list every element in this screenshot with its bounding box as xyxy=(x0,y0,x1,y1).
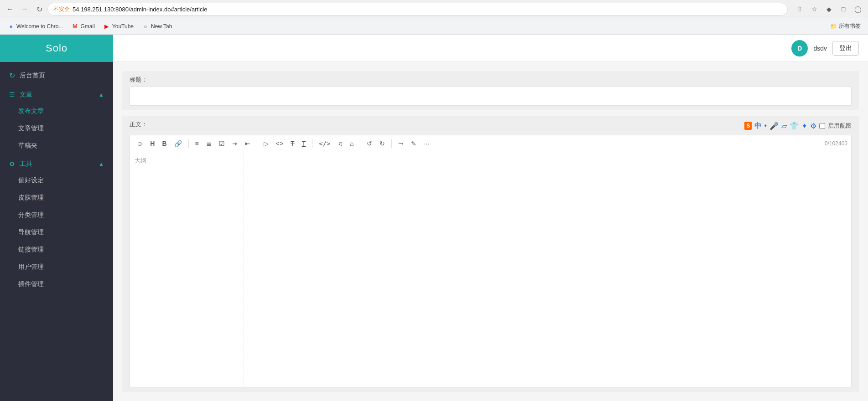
sidebar-item-preferences[interactable]: 偏好设定 xyxy=(0,172,113,189)
mic-icon[interactable]: 🎤 xyxy=(769,122,779,130)
sidebar-navigation-label: 导航管理 xyxy=(18,228,44,236)
sidebar-item-skins[interactable]: 皮肤管理 xyxy=(0,189,113,206)
tb-outdent[interactable]: ⇤ xyxy=(242,138,253,149)
editor-main[interactable] xyxy=(244,152,851,387)
sidebar-item-dashboard[interactable]: ↻ 后台首页 xyxy=(0,66,113,85)
sidebar-item-manage[interactable]: 文章管理 xyxy=(0,120,113,137)
reload-button[interactable]: ↻ xyxy=(33,3,46,15)
chinese-icon[interactable]: 中 xyxy=(754,122,761,130)
title-input[interactable] xyxy=(130,87,852,106)
tb-heading[interactable]: H xyxy=(147,138,157,149)
tb-table[interactable]: ⌂ xyxy=(347,138,356,149)
browser-toolbar: ← → ↻ 不安全 54.198.251.130:8080/admin-inde… xyxy=(0,0,868,18)
extensions-button[interactable]: ◆ xyxy=(822,3,835,15)
app-container: Solo ↻ 后台首页 ☰ 文章 ▲ 发布文章 文章管理 草稿夹 xyxy=(0,35,868,401)
top-bar: D dsdv 登出 xyxy=(113,35,868,62)
youtube-icon: ▶ xyxy=(103,23,110,30)
browser-chrome: ← → ↻ 不安全 54.198.251.130:8080/admin-inde… xyxy=(0,0,868,35)
sidebar-item-navigation[interactable]: 导航管理 xyxy=(0,224,113,241)
main-content: D dsdv 登出 标题： 正文： S 中 • 🎤 ▱ xyxy=(113,35,868,401)
security-warning: 不安全 xyxy=(53,5,70,13)
globe-icon: ○ xyxy=(142,23,149,30)
bookmark-button[interactable]: ☆ xyxy=(808,3,821,15)
bookmark-newtab[interactable]: ○ New Tab xyxy=(138,21,176,32)
sidebar: Solo ↻ 后台首页 ☰ 文章 ▲ 发布文章 文章管理 草稿夹 xyxy=(0,35,113,401)
char-count: 0/102400 xyxy=(825,140,847,147)
logout-button[interactable]: 登出 xyxy=(832,41,859,56)
sidebar-item-users[interactable]: 用户管理 xyxy=(0,258,113,276)
bookmark-gmail-label: Gmail xyxy=(80,23,94,30)
grid-icon[interactable]: ✦ xyxy=(801,122,807,130)
tb-code[interactable]: <> xyxy=(273,138,286,149)
bookmark-gmail[interactable]: M Gmail xyxy=(68,21,98,32)
table-icon[interactable]: ▱ xyxy=(781,122,787,130)
profile-button[interactable]: ◯ xyxy=(852,3,864,15)
tb-check[interactable]: ☑ xyxy=(216,138,228,149)
bookmark-newtab-label: New Tab xyxy=(151,23,172,30)
sidebar-item-plugins[interactable]: 插件管理 xyxy=(0,276,113,293)
content-section: 正文： S 中 • 🎤 ▱ 👕 ✦ ⚙ 启用配图 xyxy=(122,116,859,392)
sogou-icon[interactable]: S xyxy=(744,122,752,130)
bookmark-welcome-label: Welcome to Chro... xyxy=(16,23,63,30)
sidebar-drafts-label: 草稿夹 xyxy=(18,142,37,150)
back-button[interactable]: ← xyxy=(4,3,16,15)
tb-more[interactable]: ··· xyxy=(421,138,432,149)
editor-body: 大纲 xyxy=(130,152,851,387)
chevron-up-icon: ▲ xyxy=(99,92,104,98)
tb-undo[interactable]: ↺ xyxy=(364,138,375,149)
folder-icon: 📁 xyxy=(830,23,837,30)
sidebar-item-drafts[interactable]: 草稿夹 xyxy=(0,137,113,154)
tb-link[interactable]: 🔗 xyxy=(172,138,185,149)
outline-placeholder: 大纲 xyxy=(135,157,146,164)
tb-sep2 xyxy=(257,139,257,148)
tb-edit[interactable]: ✎ xyxy=(408,138,419,149)
tb-fullscreen[interactable]: ⤳ xyxy=(395,138,406,149)
forward-button[interactable]: → xyxy=(18,3,31,15)
tb-inline-code[interactable]: </> xyxy=(316,138,333,149)
tb-underline[interactable]: T xyxy=(299,138,309,149)
window-button[interactable]: □ xyxy=(837,3,850,15)
dot-icon[interactable]: • xyxy=(764,122,767,130)
tb-redo[interactable]: ↻ xyxy=(377,138,388,149)
bookmark-welcome[interactable]: ● Welcome to Chro... xyxy=(4,21,67,32)
tb-sep3 xyxy=(312,139,312,148)
sidebar-section-article[interactable]: ☰ 文章 ▲ xyxy=(0,85,113,103)
sidebar-categories-label: 分类管理 xyxy=(18,211,44,219)
sidebar-users-label: 用户管理 xyxy=(18,263,44,271)
tb-ul[interactable]: ≡ xyxy=(192,138,202,149)
share-button[interactable]: ⇧ xyxy=(793,3,806,15)
address-bar[interactable]: 不安全 54.198.251.130:8080/admin-index.do#a… xyxy=(47,3,788,15)
tb-preview[interactable]: ▷ xyxy=(261,138,271,149)
title-label: 标题： xyxy=(130,76,852,84)
tb-sep1 xyxy=(188,139,189,148)
tb-ol[interactable]: ≣ xyxy=(203,138,214,149)
bookmark-youtube[interactable]: ▶ YouTube xyxy=(99,21,137,32)
title-section: 标题： xyxy=(122,71,859,110)
bookmarks-folder[interactable]: 📁 所有书签 xyxy=(826,21,864,32)
sidebar-header: Solo xyxy=(0,35,113,62)
bookmarks-bar: ● Welcome to Chro... M Gmail ▶ YouTube ○… xyxy=(0,18,868,35)
sidebar-dashboard-label: 后台首页 xyxy=(20,72,45,80)
editor-box: ☺ H B 🔗 ≡ ≣ ☑ ⇥ ⇤ ▷ <> T T xyxy=(130,135,852,387)
sidebar-item-publish[interactable]: 发布文章 xyxy=(0,103,113,120)
sidebar-plugins-label: 插件管理 xyxy=(18,280,44,288)
sidebar-section-tools[interactable]: ⚙ 工具 ▲ xyxy=(0,154,113,172)
editor-toolbar: ☺ H B 🔗 ≡ ≣ ☑ ⇥ ⇤ ▷ <> T T xyxy=(130,135,851,152)
tb-indent[interactable]: ⇥ xyxy=(229,138,240,149)
editor-area: 标题： 正文： S 中 • 🎤 ▱ 👕 ✦ ⚙ xyxy=(113,62,868,401)
tb-strikethrough[interactable]: T xyxy=(288,138,297,149)
list-icon: ☰ xyxy=(9,91,15,98)
chrome-icon: ● xyxy=(7,23,15,30)
sidebar-item-categories[interactable]: 分类管理 xyxy=(0,206,113,224)
editor-outline[interactable]: 大纲 xyxy=(130,152,244,387)
tb-audio[interactable]: ♫ xyxy=(335,138,346,149)
content-header: 正文： S 中 • 🎤 ▱ 👕 ✦ ⚙ 启用配图 xyxy=(130,120,852,131)
tb-bold[interactable]: B xyxy=(159,138,169,149)
tb-emoji[interactable]: ☺ xyxy=(134,138,146,149)
sidebar-item-links[interactable]: 链接管理 xyxy=(0,241,113,258)
sidebar-preferences-label: 偏好设定 xyxy=(18,176,44,185)
settings-icon[interactable]: ⚙ xyxy=(810,122,816,130)
shirt-icon[interactable]: 👕 xyxy=(790,122,799,130)
url-text: 54.198.251.130:8080/admin-index.do#artic… xyxy=(73,6,208,13)
enable-config-checkbox[interactable] xyxy=(819,123,825,129)
